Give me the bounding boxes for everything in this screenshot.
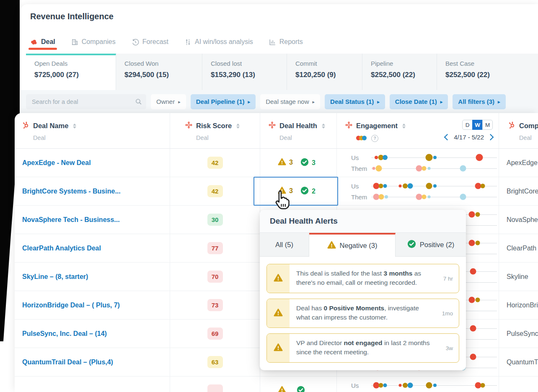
- nav-tab-forecast[interactable]: Forecast: [132, 38, 168, 46]
- engagement-dot: [433, 184, 437, 188]
- deal-name-link[interactable]: NovaSphere Tech - Business...: [15, 206, 170, 234]
- summary-cards-row: Open Deals$725,000 (27)Closed Won$294,50…: [26, 54, 538, 90]
- column-header-company[interactable]: Company Deal: [499, 113, 538, 148]
- alert-warning-strip: [267, 299, 290, 328]
- risk-score-badge: 63: [207, 356, 223, 368]
- column-subtitle: Deal: [279, 134, 336, 141]
- risk-score-cell: [170, 377, 260, 392]
- deal-health-cell[interactable]: 32: [260, 177, 336, 205]
- filter-pill-owner[interactable]: Owner▸: [151, 94, 186, 109]
- risk-score-badge: 73: [207, 299, 223, 311]
- positive-count: 3: [312, 159, 316, 167]
- deal-search-box[interactable]: [26, 94, 146, 109]
- sort-arrows[interactable]: [322, 124, 325, 129]
- forecast-icon: [132, 39, 139, 46]
- deal-name-link[interactable]: ClearPath Analytics Deal: [15, 234, 170, 262]
- period-option-m[interactable]: M: [482, 120, 493, 130]
- engagement-controls: DWM 4/17 - 5/22: [445, 120, 493, 141]
- deal-health-cell[interactable]: [260, 377, 336, 392]
- warning-icon: [278, 186, 286, 196]
- chevron-right-icon: ▸: [313, 99, 315, 105]
- help-icon[interactable]: ?: [371, 135, 378, 142]
- engagement-cell: UsThem: [336, 149, 499, 177]
- summary-card-commit[interactable]: Commit$120,250 (9): [287, 54, 362, 90]
- engagement-dot: [475, 212, 480, 217]
- summary-card-pipeline[interactable]: Pipeline$252,500 (22): [362, 54, 437, 90]
- column-subtitle: Deal: [33, 134, 170, 141]
- alert-message: This deal is stalled for the last 3 mont…: [290, 264, 432, 293]
- summary-card-closed-lost[interactable]: Closed lost$153,290 (13): [202, 54, 287, 90]
- engagement-dot: [383, 184, 387, 188]
- column-header-deal-health[interactable]: Deal Health Deal: [260, 113, 336, 148]
- alert-message: Deal has 0 Positive Moments, investigate…: [290, 299, 432, 328]
- deal-name-link[interactable]: [15, 377, 170, 392]
- filter-pill-deal-status-1-[interactable]: Deal Status (1)▸: [325, 94, 385, 109]
- engagement-dot: [470, 353, 476, 360]
- deal-name-link[interactable]: QuantumTrail Deal – (Plus,4): [15, 348, 170, 376]
- summary-card-label: Best Case: [445, 60, 538, 67]
- engagement-cell: UsThem: [336, 177, 499, 205]
- sort-arrows[interactable]: [236, 124, 240, 129]
- deal-name-link[interactable]: SkyLine – (8, starter): [15, 263, 170, 291]
- risk-score-cell: 63: [170, 348, 260, 376]
- column-header-risk-score[interactable]: Risk Score Deal: [170, 113, 260, 148]
- table-row: UsThem: [15, 377, 538, 392]
- warning-icon: [278, 158, 286, 167]
- deal-name-link[interactable]: HorizonBridge Deal – ( Plus, 7): [15, 291, 170, 319]
- deal-name-link[interactable]: BrightCore Systems - Busine...: [15, 177, 170, 205]
- filter-pill-all-filters-3-[interactable]: All filters (3)▸: [453, 94, 505, 109]
- deal-icon: [30, 39, 38, 45]
- engagement-dot: [383, 383, 387, 387]
- hubspot-icon: [22, 121, 29, 130]
- nav-tab-ai-win-loss-analysis[interactable]: AI win/loss analysis: [184, 38, 253, 46]
- table-row: BrightCore Systems - Busine...4232UsThem…: [15, 177, 538, 206]
- column-header-engagement[interactable]: Engagement ? DWM 4/17 - 5/22: [336, 113, 499, 148]
- filter-bar: Owner▸Deal Pipeline (1)▸Deal stage now▸D…: [20, 90, 538, 113]
- summary-card-label: Commit: [295, 60, 362, 67]
- engagement-line-us: Us: [337, 181, 499, 191]
- engagement-dot: [469, 297, 475, 303]
- engagement-dot: [383, 155, 388, 160]
- popover-tab-all-5-[interactable]: All (5): [260, 233, 309, 257]
- sort-arrows[interactable]: [73, 124, 76, 129]
- column-title: Company: [519, 122, 538, 130]
- filter-pill-deal-stage-now[interactable]: Deal stage now▸: [260, 94, 320, 109]
- risk-score-cell: 30: [170, 206, 260, 234]
- summary-card-open-deals[interactable]: Open Deals$725,000 (27): [26, 54, 116, 90]
- engagement-line-us: Us: [337, 152, 499, 162]
- warning-icon: [274, 308, 283, 318]
- company-cell: [499, 377, 538, 392]
- period-option-d[interactable]: D: [462, 120, 473, 130]
- negative-alerts: 3: [278, 186, 293, 196]
- nav-tab-reports[interactable]: Reports: [269, 38, 303, 46]
- search-icon: [135, 98, 142, 107]
- engagement-track: [371, 168, 497, 169]
- engagement-dot: [469, 211, 475, 217]
- nav-tab-deal[interactable]: Deal: [30, 38, 55, 46]
- period-option-w[interactable]: W: [472, 120, 483, 130]
- filter-pill-deal-pipeline-1-[interactable]: Deal Pipeline (1)▸: [191, 94, 256, 109]
- deal-health-cell[interactable]: 33: [260, 149, 336, 177]
- summary-card-closed-won[interactable]: Closed Won$294,500 (15): [116, 54, 202, 90]
- filter-pill-close-date-1-[interactable]: Close Date (1)▸: [390, 94, 448, 109]
- next-range-icon[interactable]: [487, 134, 494, 141]
- sort-arrows[interactable]: [402, 124, 406, 129]
- nav-tab-companies[interactable]: Companies: [71, 38, 116, 46]
- table-header-row: Deal Name Deal Risk Score Deal Deal Heal…: [15, 113, 538, 149]
- summary-card-best-case[interactable]: Best Case$252,500 (22): [437, 54, 538, 90]
- deal-name-link[interactable]: ApexEdge - New Deal: [15, 149, 170, 177]
- alert-timestamp: 7 hr: [432, 264, 459, 293]
- column-header-deal-name[interactable]: Deal Name Deal: [15, 113, 170, 148]
- popover-tabs: All (5)Negative (3)Positive (2): [260, 233, 466, 257]
- positive-alerts: 2: [300, 186, 316, 196]
- summary-card-value: $120,250 (9): [295, 71, 362, 79]
- search-input[interactable]: [26, 98, 146, 105]
- legend-dots: [356, 134, 365, 142]
- prev-range-icon[interactable]: [444, 134, 451, 141]
- engagement-track: [371, 186, 497, 186]
- alert-timestamp: 3w: [432, 334, 459, 362]
- filter-pill-label: All filters (3): [458, 98, 494, 105]
- popover-tab-negative-3-[interactable]: Negative (3): [309, 233, 396, 257]
- deal-name-link[interactable]: PulseSync, Inc. Deal – (14): [15, 320, 170, 348]
- popover-tab-positive-2-[interactable]: Positive (2): [396, 233, 466, 257]
